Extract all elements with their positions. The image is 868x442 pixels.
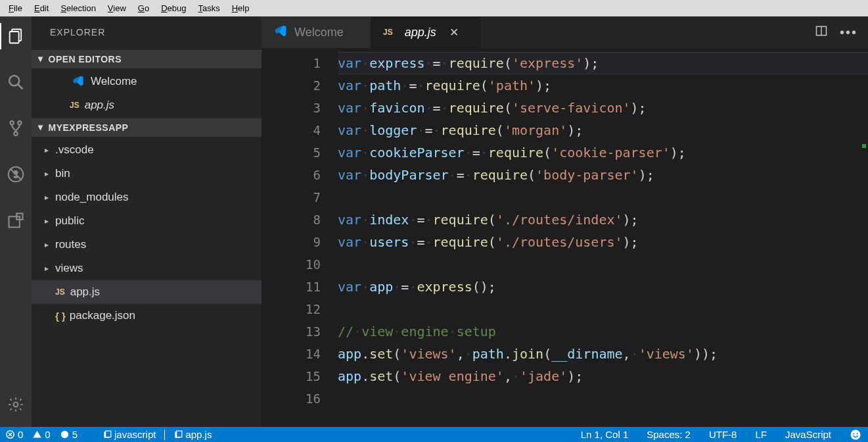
js-file-icon: JS [55,287,65,297]
settings-gear-icon[interactable] [0,389,32,420]
close-icon[interactable]: ✕ [449,26,459,39]
more-actions-icon[interactable]: ••• [840,25,857,40]
open-editor-label: app.js [85,99,114,112]
status-cursor[interactable]: Ln 1, Col 1 [578,429,631,440]
code-line[interactable] [338,253,868,276]
code-line[interactable]: var·index·=·require('./routes/index'); [338,209,868,231]
file-item[interactable]: JSapp.js [32,280,262,304]
svg-point-25 [857,433,858,434]
search-icon[interactable] [0,66,32,98]
editor[interactable]: 12345678910111213141516 var·express·=·re… [262,48,868,427]
svg-point-5 [18,121,21,124]
code-line[interactable]: var·express·=·require('express'); [338,52,868,74]
debug-icon[interactable] [0,159,32,190]
editor-actions: ••• [815,16,868,48]
file-item[interactable]: { }package.json [32,304,262,328]
chevron-down-icon: ▾ [38,122,43,132]
tree-label: routes [55,238,86,251]
menu-view[interactable]: View [102,2,132,14]
editor-group: WelcomeJSapp.js✕ ••• 1234567891011121314… [262,16,868,427]
chevron-down-icon: ▾ [38,53,43,64]
menu-edit[interactable]: Edit [28,2,55,14]
svg-rect-22 [177,431,182,437]
open-editor-item[interactable]: Welcome [32,70,262,93]
menu-go[interactable]: Go [132,2,155,14]
tab-welcome[interactable]: Welcome [262,16,371,48]
extensions-icon[interactable] [0,205,32,236]
folder-item[interactable]: ▸.vscode [32,138,262,162]
svg-point-12 [14,403,18,407]
source-control-icon[interactable] [0,112,32,144]
open-editors-list: WelcomeJSapp.js [32,68,262,118]
svg-line-3 [18,85,23,89]
chevron-right-icon: ▸ [45,193,55,202]
split-editor-icon[interactable] [815,24,828,40]
code-line[interactable]: app.set('view engine',·'jade'); [338,365,868,387]
tab-appjs[interactable]: JSapp.js✕ [371,16,481,48]
js-file-icon: JS [383,28,393,37]
status-errors[interactable]: 0 [3,429,26,440]
status-encoding[interactable]: UTF-8 [706,429,740,440]
line-gutter: 12345678910111213141516 [262,48,338,427]
svg-point-18 [61,431,68,438]
activity-bar [0,16,32,427]
code-area[interactable]: var·express·=·require('express');var·pat… [338,48,868,427]
folder-item[interactable]: ▸public [32,209,262,233]
code-line[interactable] [338,186,868,209]
overview-marker [862,144,866,148]
code-line[interactable]: var·users·=·require('./routes/users'); [338,231,868,253]
folder-item[interactable]: ▸views [32,257,262,280]
status-infos[interactable]: 5 [57,429,80,440]
code-line[interactable]: var·cookieParser·=·require('cookie-parse… [338,141,868,164]
chevron-right-icon: ▸ [45,240,55,249]
svg-point-9 [14,171,18,174]
tabs-row: WelcomeJSapp.js✕ ••• [262,16,868,48]
tree-label: package.json [70,309,135,322]
menu-debug[interactable]: Debug [155,2,192,14]
explorer-icon[interactable] [0,20,32,52]
folder-item[interactable]: ▸node_modules [32,185,262,209]
tab-label: Welcome [294,26,344,39]
status-eol[interactable]: LF [752,429,769,440]
svg-rect-1 [10,32,19,43]
json-file-icon: { } [55,310,66,322]
main-area: EXPLORER ▾ OPEN EDITORS WelcomeJSapp.js … [0,16,868,427]
code-line[interactable] [338,387,868,410]
code-line[interactable]: var·logger·=·require('morgan'); [338,119,868,141]
code-line[interactable]: app.set('views',·path.join(__dirname,·'v… [338,343,868,365]
status-infos-count: 5 [72,429,78,440]
svg-point-24 [853,433,854,434]
open-editors-header[interactable]: ▾ OPEN EDITORS [32,50,262,68]
tree-label: app.js [70,285,100,299]
menu-selection[interactable]: Selection [55,2,101,14]
project-header[interactable]: ▾ MYEXPRESSAPP [32,118,262,137]
svg-point-4 [10,121,13,124]
tree-label: node_modules [55,191,129,204]
menu-bar: FileEditSelectionViewGoDebugTasksHelp [0,0,868,16]
code-line[interactable]: //·view·engine·setup [338,320,868,343]
open-editor-item[interactable]: JSapp.js [32,93,262,117]
menu-tasks[interactable]: Tasks [192,2,225,14]
folder-item[interactable]: ▸bin [32,162,262,185]
status-warnings-count: 0 [45,429,50,440]
code-line[interactable]: var·path·=·require('path'); [338,74,868,97]
svg-point-6 [14,132,17,135]
menu-file[interactable]: File [3,2,28,14]
js-file-icon: JS [70,101,80,110]
status-file[interactable]: app.js [171,429,214,440]
status-mode[interactable]: JavaScript [783,429,834,440]
status-warnings[interactable]: 0 [30,429,53,440]
code-line[interactable] [338,298,868,320]
tree-label: public [55,214,84,228]
open-editors-label: OPEN EDITORS [49,54,122,64]
status-lang[interactable]: javascript [100,429,158,440]
code-line[interactable]: var·app·=·express(); [338,276,868,298]
code-line[interactable]: var·favicon·=·require('serve-favicon'); [338,97,868,119]
folder-item[interactable]: ▸routes [32,233,262,257]
status-spaces[interactable]: Spaces: 2 [644,429,693,440]
svg-point-2 [9,76,19,86]
code-line[interactable]: var·bodyParser·=·require('body-parser'); [338,164,868,186]
status-lang-text: javascript [114,429,156,440]
feedback-smile-icon[interactable] [847,429,864,441]
menu-help[interactable]: Help [226,2,256,14]
